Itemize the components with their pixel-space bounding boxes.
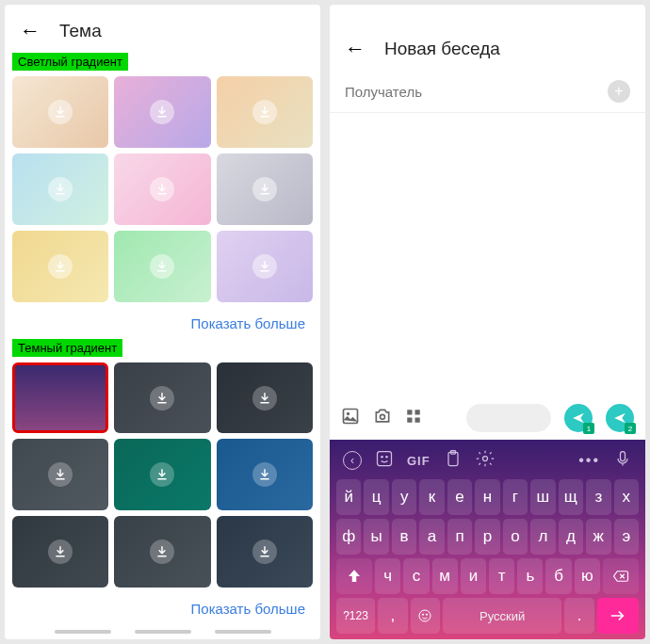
theme-tile[interactable] [217,76,313,148]
svg-point-9 [385,456,388,459]
theme-tile[interactable] [114,153,210,225]
key-щ[interactable]: щ [559,479,583,515]
key-и[interactable]: и [461,558,486,594]
theme-tile[interactable] [12,231,108,302]
theme-tile[interactable] [12,76,108,148]
theme-screen: ← Тема Светлый градиент Показать больше … [5,5,320,639]
theme-tile[interactable] [12,153,108,225]
svg-point-14 [419,610,431,621]
theme-tile[interactable] [217,231,313,302]
key-в[interactable]: в [392,519,416,555]
key-м[interactable]: м [432,558,458,594]
svg-point-2 [381,414,385,419]
key-ц[interactable]: ц [364,479,388,515]
key-т[interactable]: т [489,558,514,594]
chevron-left-icon[interactable]: ‹ [343,451,362,470]
theme-tile[interactable] [114,76,210,148]
gallery-icon[interactable] [341,407,360,430]
key-ь[interactable]: ь [517,558,543,594]
theme-tile[interactable] [114,439,210,510]
key-ф[interactable]: ф [336,519,361,555]
svg-point-15 [423,614,424,615]
sticker-icon[interactable] [375,449,394,472]
show-more-dark[interactable]: Показать больше [5,593,320,624]
section-dark-gradient: Темный градиент [12,339,122,357]
send-button-2[interactable]: 2 [606,404,634,432]
compose-screen: ← Новая беседа + 1 2 ‹ GIF ••• йцукенгшщ… [330,5,645,639]
key-з[interactable]: з [586,479,610,515]
theme-tile[interactable] [12,362,108,434]
svg-rect-3 [407,410,412,414]
key-ш[interactable]: ш [530,479,555,515]
theme-tile[interactable] [217,362,313,434]
nav-indicator [5,624,320,639]
key-п[interactable]: п [447,519,472,555]
svg-point-8 [381,456,383,459]
key-ю[interactable]: ю [575,558,600,594]
show-more-light[interactable]: Показать больше [5,308,320,339]
svg-point-12 [482,457,487,461]
theme-tile[interactable] [217,153,313,225]
svg-rect-5 [407,417,412,422]
key-р[interactable]: р [475,519,499,555]
theme-tile[interactable] [114,231,210,302]
keyboard-toolbar: ‹ GIF ••• [333,443,642,477]
camera-icon[interactable] [373,407,392,430]
theme-tile[interactable] [12,516,108,588]
light-gradient-grid [5,71,320,307]
svg-rect-6 [415,417,420,422]
shift-key[interactable] [336,558,372,594]
dark-gradient-grid [5,357,320,593]
add-recipient-icon[interactable]: + [608,80,630,103]
key-с[interactable]: с [403,558,429,594]
key-ы[interactable]: ы [364,519,388,555]
recipient-row: + [330,71,645,113]
apps-icon[interactable] [405,408,422,429]
back-icon[interactable]: ← [20,19,41,43]
key-л[interactable]: л [530,519,555,555]
keyboard: ‹ GIF ••• йцукенгшщзх фывапролджэ чсмить… [330,440,645,639]
header: ← Новая беседа [330,27,645,71]
svg-rect-4 [415,410,420,414]
send-button-1[interactable]: 1 [564,404,593,432]
key-о[interactable]: о [503,519,528,555]
space-key[interactable]: Русский [443,598,561,634]
key-а[interactable]: а [419,519,444,555]
key-б[interactable]: б [545,558,571,594]
back-icon[interactable]: ← [345,37,366,61]
page-title: Новая беседа [384,39,500,59]
theme-tile[interactable] [217,439,313,510]
enter-key[interactable] [597,598,639,634]
settings-icon[interactable] [476,449,495,472]
key-э[interactable]: э [614,519,639,555]
recipient-input[interactable] [345,84,608,100]
key-й[interactable]: й [336,479,361,515]
key-е[interactable]: е [447,479,472,515]
theme-tile[interactable] [114,516,210,588]
svg-point-16 [427,614,428,615]
key-ж[interactable]: ж [586,519,610,555]
key-н[interactable]: н [475,479,499,515]
comma-key[interactable]: , [378,598,408,634]
emoji-key[interactable] [411,598,441,634]
key-к[interactable]: к [419,479,444,515]
message-input[interactable] [466,404,551,432]
period-key[interactable]: . [564,598,594,634]
theme-tile[interactable] [114,362,210,434]
key-ч[interactable]: ч [375,558,400,594]
theme-tile[interactable] [12,439,108,510]
more-icon[interactable]: ••• [578,452,600,469]
message-area [330,113,645,396]
key-у[interactable]: у [392,479,416,515]
theme-tile[interactable] [217,516,313,588]
svg-point-1 [347,411,349,414]
backspace-key[interactable] [603,558,639,594]
key-х[interactable]: х [614,479,639,515]
key-д[interactable]: д [559,519,583,555]
mic-icon[interactable] [613,449,632,472]
section-light-gradient: Светлый градиент [12,53,128,71]
clipboard-icon[interactable] [444,449,463,472]
symbols-key[interactable]: ?123 [336,598,375,634]
gif-button[interactable]: GIF [407,454,431,468]
key-г[interactable]: г [503,479,528,515]
